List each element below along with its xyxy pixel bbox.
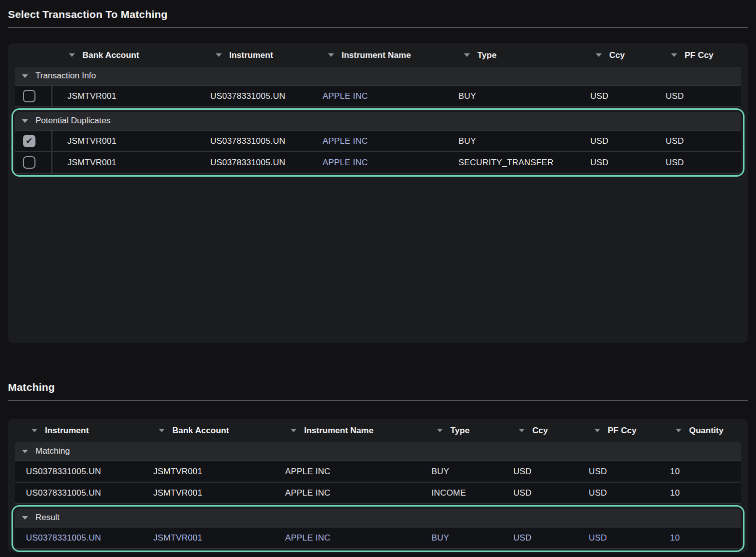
cell-bank-account: JSMTVR001 bbox=[142, 488, 274, 498]
select-section-title: Select Transaction To Matching bbox=[8, 0, 748, 27]
table-row: US0378331005.UN JSMTVR001 APPLE INC BUY … bbox=[15, 461, 741, 483]
column-header-type[interactable]: Type bbox=[420, 426, 502, 436]
cell-ccy: USD bbox=[579, 136, 655, 146]
group-label: Matching bbox=[35, 446, 70, 456]
column-header-bank-account[interactable]: Bank Account bbox=[52, 50, 199, 60]
cell-quantity: 10 bbox=[659, 533, 741, 543]
cell-bank-account: JSMTVR001 bbox=[52, 91, 199, 101]
column-header-ccy[interactable]: Ccy bbox=[579, 50, 655, 60]
column-header-label: Quantity bbox=[689, 426, 724, 436]
column-header-instrument-name[interactable]: Instrument Name bbox=[274, 426, 420, 436]
column-header-bank-account[interactable]: Bank Account bbox=[142, 426, 274, 436]
column-header-label: Bank Account bbox=[82, 50, 139, 60]
row-checkbox[interactable] bbox=[23, 90, 35, 102]
cell-ccy: USD bbox=[502, 467, 578, 477]
cell-instrument-name: APPLE INC bbox=[274, 533, 420, 543]
group-transaction-info: Transaction Info JSMTVR001 US0378331005.… bbox=[15, 67, 741, 107]
matching-table-header: Instrument Bank Account Instrument Name … bbox=[15, 419, 741, 442]
group-potential-duplicates-highlight: Potential Duplicates JSMTVR001 US0378331… bbox=[11, 108, 745, 177]
checkbox-cell bbox=[15, 86, 52, 106]
cell-instrument-name: APPLE INC bbox=[274, 488, 420, 498]
cell-ccy: USD bbox=[579, 158, 655, 168]
cell-instrument: US0378331005.UN bbox=[199, 158, 312, 168]
column-header-instrument-name[interactable]: Instrument Name bbox=[312, 50, 447, 60]
group-label: Result bbox=[35, 513, 59, 523]
column-menu-arrow-icon[interactable] bbox=[328, 53, 334, 57]
matching-table: Instrument Bank Account Instrument Name … bbox=[8, 419, 748, 553]
cell-instrument-name: APPLE INC bbox=[312, 91, 447, 101]
matching-section: Matching bbox=[8, 373, 748, 401]
cell-type: SECURITY_TRANSFER bbox=[447, 158, 579, 168]
group-header-matching[interactable]: Matching bbox=[15, 442, 741, 461]
column-menu-arrow-icon[interactable] bbox=[676, 429, 682, 432]
cell-pf-ccy: USD bbox=[655, 136, 741, 146]
column-menu-arrow-icon[interactable] bbox=[671, 53, 677, 57]
row-checkbox[interactable] bbox=[23, 135, 35, 147]
column-header-quantity[interactable]: Quantity bbox=[659, 426, 741, 436]
collapse-arrow-icon[interactable] bbox=[22, 516, 28, 520]
column-header-label: Ccy bbox=[532, 426, 548, 436]
cell-quantity: 10 bbox=[659, 467, 741, 477]
transactions-table-header: Bank Account Instrument Instrument Name … bbox=[15, 43, 741, 67]
group-header-transaction-info[interactable]: Transaction Info bbox=[15, 67, 741, 86]
collapse-arrow-icon[interactable] bbox=[22, 450, 28, 453]
group-header-result[interactable]: Result bbox=[15, 509, 741, 528]
group-matching: Matching US0378331005.UN JSMTVR001 APPLE… bbox=[15, 442, 741, 504]
column-menu-arrow-icon[interactable] bbox=[437, 429, 443, 432]
cell-instrument: US0378331005.UN bbox=[199, 91, 312, 101]
table-row: JSMTVR001 US0378331005.UN APPLE INC SECU… bbox=[15, 152, 741, 174]
column-header-label: Type bbox=[450, 426, 469, 436]
column-header-label: Instrument bbox=[45, 426, 89, 436]
column-menu-arrow-icon[interactable] bbox=[31, 429, 37, 432]
cell-type: BUY bbox=[420, 467, 502, 477]
column-menu-arrow-icon[interactable] bbox=[519, 429, 525, 432]
transactions-table: Bank Account Instrument Instrument Name … bbox=[8, 43, 748, 343]
row-checkbox[interactable] bbox=[23, 156, 35, 169]
column-menu-arrow-icon[interactable] bbox=[464, 53, 470, 57]
column-header-pf-ccy[interactable]: PF Ccy bbox=[655, 50, 741, 60]
column-header-label: Bank Account bbox=[172, 426, 229, 436]
column-menu-arrow-icon[interactable] bbox=[594, 429, 600, 432]
collapse-arrow-icon[interactable] bbox=[22, 119, 28, 123]
column-menu-arrow-icon[interactable] bbox=[69, 53, 75, 57]
column-header-instrument[interactable]: Instrument bbox=[15, 426, 142, 436]
collapse-arrow-icon[interactable] bbox=[22, 74, 28, 78]
table-row: JSMTVR001 US0378331005.UN APPLE INC BUY … bbox=[15, 86, 741, 107]
cell-ccy: USD bbox=[502, 533, 578, 543]
cell-pf-ccy: USD bbox=[578, 533, 659, 543]
group-header-potential-duplicates[interactable]: Potential Duplicates bbox=[15, 112, 741, 131]
column-menu-arrow-icon[interactable] bbox=[291, 429, 297, 432]
cell-instrument: US0378331005.UN bbox=[15, 488, 142, 498]
cell-type: BUY bbox=[447, 136, 579, 146]
column-header-label: Instrument bbox=[229, 50, 273, 60]
column-menu-arrow-icon[interactable] bbox=[159, 429, 165, 432]
table-row: JSMTVR001 US0378331005.UN APPLE INC BUY … bbox=[15, 131, 741, 152]
cell-type: BUY bbox=[420, 533, 502, 543]
cell-bank-account: JSMTVR001 bbox=[52, 136, 199, 146]
column-header-instrument[interactable]: Instrument bbox=[199, 50, 312, 60]
result-row: US0378331005.UN JSMTVR001 APPLE INC BUY … bbox=[15, 528, 741, 549]
section-divider bbox=[8, 27, 748, 28]
cell-instrument-name: APPLE INC bbox=[312, 136, 447, 146]
section-divider bbox=[8, 400, 748, 401]
column-header-type[interactable]: Type bbox=[447, 50, 579, 60]
cell-quantity: 10 bbox=[659, 488, 741, 498]
page: Select Transaction To Matching Bank Acco… bbox=[0, 0, 756, 553]
cell-pf-ccy: USD bbox=[578, 467, 659, 477]
cell-instrument-name: APPLE INC bbox=[312, 158, 447, 168]
matching-section-title: Matching bbox=[8, 373, 748, 400]
column-header-pf-ccy[interactable]: PF Ccy bbox=[578, 426, 659, 436]
column-menu-arrow-icon[interactable] bbox=[596, 53, 602, 57]
group-result-highlight: Result US0378331005.UN JSMTVR001 APPLE I… bbox=[11, 505, 745, 552]
column-header-label: Instrument Name bbox=[342, 50, 411, 60]
cell-type: INCOME bbox=[420, 488, 502, 498]
group-label: Transaction Info bbox=[35, 71, 96, 81]
cell-instrument: US0378331005.UN bbox=[199, 136, 312, 146]
cell-ccy: USD bbox=[579, 91, 655, 101]
cell-instrument: US0378331005.UN bbox=[15, 467, 142, 477]
cell-ccy: USD bbox=[502, 488, 578, 498]
column-header-ccy[interactable]: Ccy bbox=[502, 426, 578, 436]
column-header-label: Ccy bbox=[609, 50, 625, 60]
cell-instrument: US0378331005.UN bbox=[15, 533, 142, 543]
column-menu-arrow-icon[interactable] bbox=[216, 53, 222, 57]
